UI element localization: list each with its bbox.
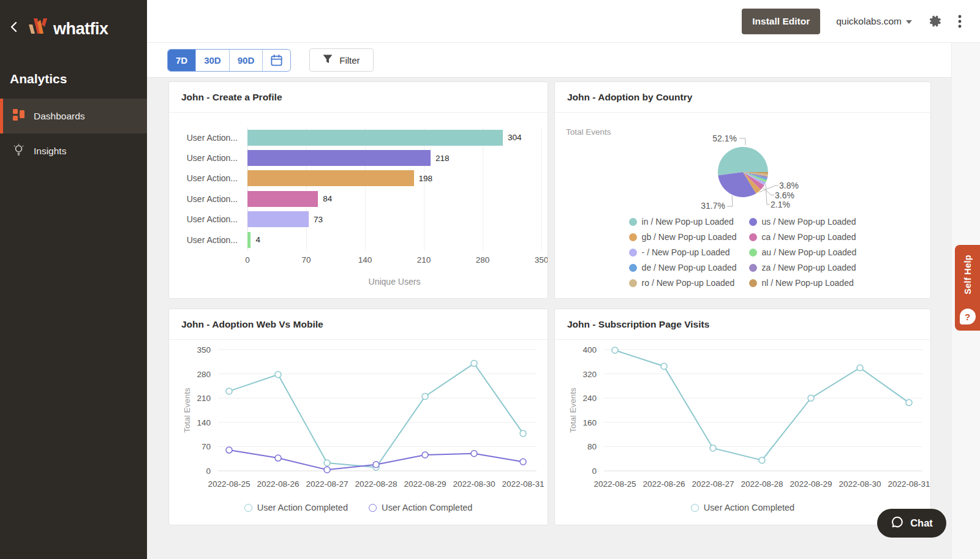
card-create-a-profile: John - Create a Profile User Action...30… (168, 81, 548, 299)
cards-grid: John - Create a Profile User Action...30… (168, 81, 980, 525)
data-point[interactable] (275, 372, 281, 378)
chevron-down-icon (906, 20, 912, 24)
x-axis-tick: 70 (294, 255, 318, 264)
range-30d-button[interactable]: 30D (196, 50, 230, 71)
data-point[interactable] (422, 393, 428, 399)
data-point[interactable] (612, 347, 618, 353)
pie-percent-label: 3.6% (775, 190, 794, 200)
card-subscription-page-visits: John - Subscription Page Visits 08016024… (554, 309, 931, 525)
card-title: John - Subscription Page Visits (567, 319, 709, 330)
legend-dot (749, 264, 757, 272)
help-question-bubble-icon: ? (960, 309, 976, 325)
svg-text:140: 140 (197, 418, 211, 427)
dashboards-grid-icon (13, 109, 24, 123)
legend-label: User Action Completed (257, 503, 348, 512)
line-series[interactable] (229, 364, 523, 468)
x-axis-tick: 140 (353, 255, 377, 264)
pie-plot: Total Events52.1%31.7%3.8%3.6%2.1% (555, 113, 930, 212)
legend-item[interactable]: ro / New Pop-up Loaded (629, 276, 737, 290)
data-point[interactable] (661, 363, 667, 369)
line-series[interactable] (615, 350, 909, 460)
data-point[interactable] (906, 400, 912, 406)
legend-label: nl / New Pop-up Loaded (762, 278, 854, 288)
data-point[interactable] (226, 388, 232, 394)
data-point[interactable] (471, 451, 477, 457)
bar-value-label: 218 (435, 154, 450, 163)
x-axis-tick: 2022-08-31 (888, 479, 930, 489)
bar-category-label: User Action... (169, 153, 238, 163)
svg-text:350: 350 (197, 345, 211, 355)
chat-button[interactable]: Chat (877, 509, 946, 538)
pie-percent-label: 3.8% (779, 181, 799, 190)
bar-chart-create-a-profile: User Action...304User Action...218User A… (169, 113, 548, 298)
line-plot: 070140210280350Total Events2022-08-25202… (169, 340, 545, 494)
legend-item[interactable]: in / New Pop-up Loaded (629, 214, 737, 229)
range-90d-button[interactable]: 90D (230, 50, 263, 71)
legend-item[interactable]: us / New Pop-up Loaded (749, 214, 857, 229)
bar[interactable] (247, 150, 431, 166)
data-point[interactable] (324, 460, 330, 466)
x-axis-tick: 2022-08-25 (208, 479, 250, 489)
legend-item[interactable]: nl / New Pop-up Loaded (749, 276, 857, 290)
legend-item[interactable]: User Action Completed (369, 500, 472, 515)
sidebar-item-insights[interactable]: Insights (0, 133, 147, 168)
kebab-menu-icon[interactable] (958, 14, 962, 29)
sidebar-item-dashboards[interactable]: Dashboards (0, 99, 147, 133)
legend-item[interactable]: User Action Completed (691, 500, 794, 515)
card-title: John - Create a Profile (181, 92, 282, 103)
bar[interactable] (247, 130, 503, 146)
bar-row: User Action...198 (169, 168, 548, 189)
legend-item[interactable]: - / New Pop-up Loaded (629, 245, 737, 260)
legend-label: ro / New Pop-up Loaded (642, 278, 735, 288)
data-point[interactable] (226, 447, 232, 453)
data-point[interactable] (808, 395, 814, 401)
y-axis-title: Total Events (183, 388, 192, 433)
bar[interactable] (247, 232, 251, 248)
whatfix-wordmark: whatfix (53, 21, 108, 37)
data-point[interactable] (422, 452, 428, 458)
data-point[interactable] (520, 459, 526, 465)
install-editor-button[interactable]: Install Editor (742, 9, 820, 34)
legend-label: in / New Pop-up Loaded (642, 217, 734, 227)
data-point[interactable] (373, 462, 379, 468)
legend-item[interactable]: de / New Pop-up Loaded (629, 260, 737, 275)
legend-item[interactable]: au / New Pop-up Loaded (749, 245, 857, 260)
line-plot: 080160240320400Total Events2022-08-25202… (555, 340, 930, 494)
pie-slice[interactable] (718, 147, 768, 175)
legend-item[interactable]: ca / New Pop-up Loaded (749, 230, 857, 244)
data-point[interactable] (275, 455, 281, 461)
line-legend: User Action CompletedUser Action Complet… (169, 500, 548, 515)
filter-button[interactable]: Filter (309, 48, 373, 72)
data-point[interactable] (520, 430, 526, 437)
bar[interactable] (247, 191, 318, 207)
data-point[interactable] (324, 467, 330, 473)
y-axis-title: Total Events (568, 388, 578, 433)
bar-row: User Action...73 (169, 209, 548, 230)
legend-label: User Action Completed (704, 503, 794, 512)
legend-item[interactable]: User Action Completed (244, 500, 348, 515)
date-range-group: 7D 30D 90D (167, 49, 291, 72)
data-point[interactable] (759, 457, 765, 463)
account-switcher[interactable]: quickolabs.com (836, 16, 912, 27)
data-point[interactable] (710, 445, 716, 451)
collapse-sidebar-icon[interactable] (10, 21, 21, 32)
data-point[interactable] (857, 365, 863, 371)
legend-item[interactable]: gb / New Pop-up Loaded (629, 230, 737, 244)
x-axis-tick: 2022-08-30 (453, 479, 495, 489)
x-axis-tick: 2022-08-29 (790, 479, 832, 489)
legend-ring (244, 504, 252, 512)
bar[interactable] (247, 211, 309, 227)
data-point[interactable] (471, 361, 477, 367)
legend-item[interactable]: za / New Pop-up Loaded (749, 260, 857, 275)
calendar-icon[interactable] (263, 50, 290, 71)
line-chart-adoption-web-vs-mobile: 070140210280350Total Events2022-08-25202… (169, 340, 548, 525)
x-axis-tick: 2022-08-30 (839, 479, 881, 489)
range-7d-button[interactable]: 7D (168, 50, 196, 71)
bar-value-label: 198 (419, 174, 433, 183)
settings-gear-icon[interactable] (928, 14, 942, 28)
self-help-tab[interactable]: Self Help ? (955, 245, 980, 331)
legend-dot (629, 218, 637, 226)
bar[interactable] (247, 170, 414, 186)
legend-label: au / New Pop-up Loaded (762, 247, 857, 257)
bar-row: User Action...304 (169, 127, 548, 148)
